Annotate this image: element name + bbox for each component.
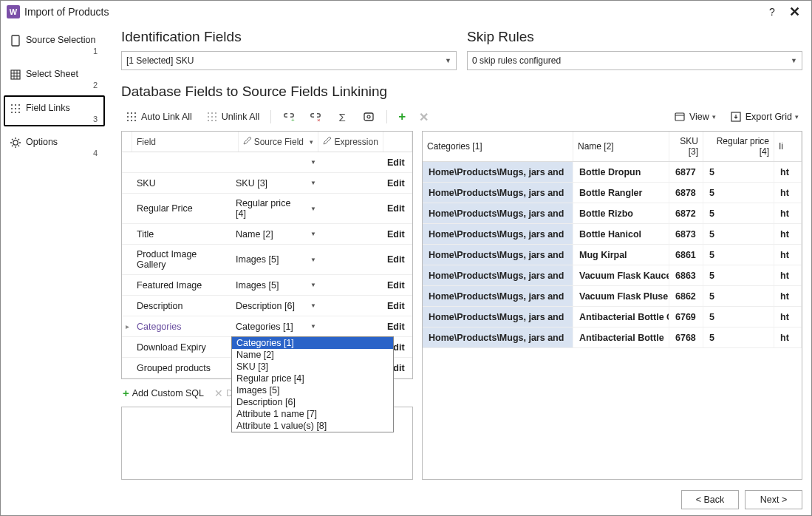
remove-link-button[interactable]: × (305, 108, 326, 126)
source-dropdown-button[interactable]: ▼ (307, 245, 320, 274)
expression-cell[interactable] (320, 224, 383, 244)
svg-point-31 (131, 120, 132, 121)
expression-cell[interactable] (320, 275, 383, 295)
edit-button[interactable]: Edit (383, 296, 412, 316)
svg-rect-1 (11, 70, 20, 79)
dropdown-option[interactable]: SKU [3] (232, 361, 393, 373)
cell-sku: 6862 (669, 286, 703, 306)
expression-cell[interactable] (320, 316, 383, 336)
sigma-button[interactable]: Σ (332, 108, 352, 126)
add-link-button[interactable]: + (279, 108, 299, 126)
dropdown-option[interactable]: Images [5] (232, 384, 393, 396)
cell-images: ht (774, 245, 802, 265)
source-field-cell[interactable]: Images [5] (231, 245, 307, 274)
edit-button[interactable]: Edit (383, 316, 412, 336)
source-field-cell[interactable]: Description [6] (231, 296, 307, 316)
edit-button[interactable]: Edit (383, 275, 412, 295)
preview-row[interactable]: Home\Products\Mugs, jars andBottle Rangl… (423, 183, 802, 203)
add-custom-sql-button[interactable]: + Add Custom SQL (123, 387, 204, 399)
source-dropdown-button[interactable]: ▼ (307, 194, 320, 223)
source-dropdown-button[interactable]: ▼ (307, 296, 320, 316)
step-field-links[interactable]: Field Links 3 (4, 95, 105, 126)
unlink-all-button[interactable]: Unlink All (202, 108, 263, 126)
svg-point-34 (211, 112, 213, 114)
col-categories[interactable]: Categories [1] (423, 132, 573, 161)
identification-dropdown[interactable]: [1 Selected] SKU ▼ (121, 51, 457, 70)
source-field-cell[interactable]: Categories [1] (231, 316, 307, 336)
source-field-cell[interactable]: Images [5] (231, 275, 307, 295)
preview-row[interactable]: Home\Products\Mugs, jars andBottle Hanic… (423, 224, 802, 245)
skip-rules-heading: Skip Rules (467, 29, 802, 45)
cell-categories: Home\Products\Mugs, jars and (423, 183, 573, 203)
dropdown-option[interactable]: Categories [1] (232, 337, 393, 349)
field-link-row[interactable]: ▸CategoriesCategories [1]▼EditCategories… (122, 316, 412, 337)
source-dropdown-button[interactable]: ▼ (307, 316, 320, 336)
source-dropdown-button[interactable]: ▼ (307, 224, 320, 244)
field-link-row[interactable]: TitleName [2]▼Edit (122, 224, 412, 245)
dropdown-option[interactable]: Attribute 1 value(s) [8] (232, 420, 393, 432)
source-field-cell[interactable]: Name [2] (231, 224, 307, 244)
auto-link-all-button[interactable]: Auto Link All (121, 108, 196, 126)
expression-cell[interactable] (320, 296, 383, 316)
field-link-row[interactable]: Regular PriceRegular price [4]▼Edit (122, 194, 412, 224)
skip-rules-dropdown[interactable]: 0 skip rules configured ▼ (467, 51, 802, 70)
preview-row[interactable]: Home\Products\Mugs, jars andVacuum Flask… (423, 286, 802, 307)
expression-cell[interactable] (320, 194, 383, 223)
preview-button[interactable] (358, 108, 379, 126)
field-link-row[interactable]: Featured ImageImages [5]▼Edit (122, 275, 412, 296)
edit-button[interactable]: Edit (383, 224, 412, 244)
field-link-row[interactable]: DescriptionDescription [6]▼Edit (122, 296, 412, 316)
filter-row[interactable]: ▼ Edit (122, 152, 412, 173)
edit-button[interactable]: Edit (383, 245, 412, 274)
field-link-row[interactable]: SKUSKU [3]▼Edit (122, 173, 412, 194)
source-column-header[interactable]: Source Field ▾ (239, 132, 319, 152)
cell-categories: Home\Products\Mugs, jars and (423, 307, 573, 327)
expression-cell[interactable] (320, 245, 383, 274)
remove-row-button[interactable]: ✕ (415, 108, 432, 126)
expression-column-header[interactable]: Expression (318, 132, 383, 152)
plus-icon: + (398, 109, 406, 124)
expression-cell[interactable] (320, 173, 383, 193)
dropdown-option[interactable]: Regular price [4] (232, 373, 393, 384)
dropdown-option[interactable]: Description [6] (232, 396, 393, 408)
cell-categories: Home\Products\Mugs, jars and (423, 265, 573, 285)
preview-row[interactable]: Home\Products\Mugs, jars andVacuum Flask… (423, 265, 802, 286)
dropdown-option[interactable]: Attribute 1 name [7] (232, 408, 393, 420)
export-grid-button[interactable]: Export Grid ▾ (726, 108, 802, 126)
source-dropdown-button[interactable]: ▼ (307, 275, 320, 295)
preview-row[interactable]: Home\Products\Mugs, jars andMug Kirpal68… (423, 245, 802, 265)
source-field-cell[interactable]: Regular price [4] (231, 194, 307, 223)
cell-images: ht (774, 183, 802, 203)
cell-name: Antibacterial Bottle (573, 327, 669, 347)
edit-button[interactable]: Edit (383, 194, 412, 223)
cell-name: Mug Kirpal (573, 245, 669, 265)
filter-edit-button[interactable]: Edit (383, 152, 412, 172)
help-icon[interactable]: ? (761, 6, 783, 18)
source-field-cell[interactable]: SKU [3] (231, 173, 307, 193)
preview-row[interactable]: Home\Products\Mugs, jars andBottle Dropu… (423, 162, 802, 183)
next-button[interactable]: Next > (745, 490, 802, 509)
back-button[interactable]: < Back (681, 490, 739, 509)
cell-price: 5 (703, 327, 774, 347)
row-indicator (122, 173, 132, 193)
col-images[interactable]: Ii (774, 132, 802, 161)
step-source-selection[interactable]: Source Selection 1 (4, 27, 105, 58)
field-link-row[interactable]: Product Image GalleryImages [5]▼Edit (122, 245, 412, 275)
preview-row[interactable]: Home\Products\Mugs, jars andAntibacteria… (423, 327, 802, 348)
source-field-dropdown[interactable]: Categories [1]Name [2]SKU [3]Regular pri… (231, 336, 394, 432)
col-name[interactable]: Name [2] (573, 132, 669, 161)
add-row-button[interactable]: + (395, 107, 409, 126)
col-price[interactable]: Regular price [4] (703, 132, 774, 161)
preview-row[interactable]: Home\Products\Mugs, jars andAntibacteria… (423, 307, 802, 327)
close-icon[interactable]: ✕ (783, 4, 805, 20)
edit-button[interactable]: Edit (383, 173, 412, 193)
step-select-sheet[interactable]: Select Sheet 2 (4, 61, 105, 92)
dropdown-option[interactable]: Name [2] (232, 349, 393, 361)
col-sku[interactable]: SKU [3] (669, 132, 703, 161)
view-menu-button[interactable]: View ▾ (669, 108, 720, 126)
step-options[interactable]: Options 4 (4, 129, 105, 160)
field-column-header[interactable]: Field (132, 132, 239, 152)
preview-row[interactable]: Home\Products\Mugs, jars andBottle Rizbo… (423, 203, 802, 224)
source-dropdown-button[interactable]: ▼ (307, 173, 320, 193)
filter-dropdown-button[interactable]: ▼ (307, 152, 320, 172)
